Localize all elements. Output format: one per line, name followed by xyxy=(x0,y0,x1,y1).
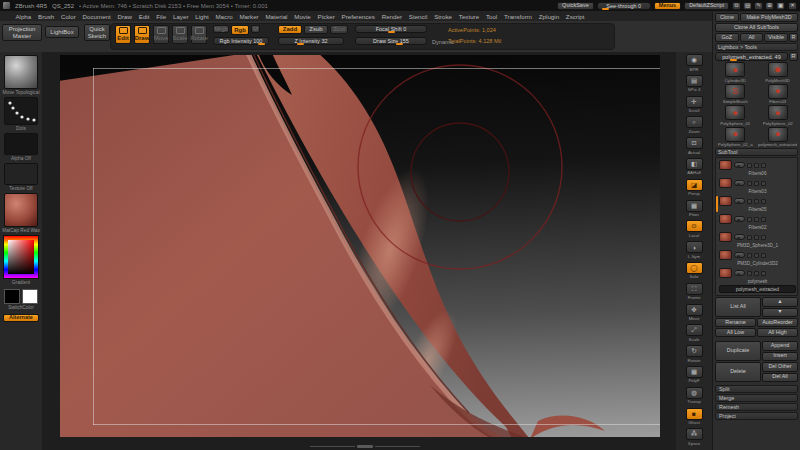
subtool-brush-icon[interactable] xyxy=(761,163,766,168)
subtool-row[interactable]: polymesh xyxy=(719,267,796,285)
subtool-row[interactable]: Fibers05 xyxy=(719,195,796,213)
menu-item[interactable]: Transform xyxy=(501,13,536,20)
collapsed-section-header[interactable]: Merge xyxy=(715,394,798,402)
right-shelf-button[interactable]: ◑ L.Sym xyxy=(686,241,703,262)
subtool-row[interactable]: Fibers06 xyxy=(719,159,796,177)
menu-item[interactable]: Stroke xyxy=(431,13,456,20)
right-shelf-button[interactable]: ▤ SPix 4 xyxy=(686,75,703,96)
zsub-button[interactable]: Zsub xyxy=(304,25,328,34)
right-shelf-button[interactable]: ⊙ Local xyxy=(686,220,703,241)
subtool-brush-icon[interactable] xyxy=(761,217,766,222)
subtool-mini-icon[interactable] xyxy=(747,199,752,204)
menu-item[interactable]: Picker xyxy=(314,13,338,20)
quick-sketch-button[interactable]: Quick Sketch xyxy=(84,24,110,41)
visibility-eye-icon[interactable] xyxy=(734,252,745,258)
material-picker[interactable] xyxy=(4,193,38,227)
mrgb-button[interactable]: Mrgb xyxy=(213,25,229,33)
tool-r-button[interactable]: R xyxy=(789,52,798,61)
titlebar-tool-icon[interactable]: ▤ xyxy=(743,2,752,10)
subtool-up-button[interactable]: ▲ xyxy=(762,297,798,307)
clone-all-subtools-button[interactable]: Clone All SubTools xyxy=(715,23,798,32)
menu-item[interactable]: Color xyxy=(58,13,80,20)
autoreorder-button[interactable]: AutoReorder xyxy=(757,318,798,327)
tool-thumbnail[interactable]: S SimpleBrush xyxy=(715,84,756,105)
menu-item[interactable]: Movie xyxy=(291,13,314,20)
right-shelf-button[interactable]: ▦ PolyF xyxy=(686,366,703,387)
menu-item[interactable]: Light xyxy=(192,13,212,20)
menu-item[interactable]: Tool xyxy=(483,13,501,20)
subtool-mini-icon[interactable] xyxy=(754,235,759,240)
visibility-eye-icon[interactable] xyxy=(734,234,745,240)
subtool-row[interactable]: PM3D_Cylinder3D2 xyxy=(719,249,796,267)
titlebar-tool-icon[interactable]: ✎ xyxy=(754,2,763,10)
subtool-mini-icon[interactable] xyxy=(747,163,752,168)
titlebar-tool-icon[interactable]: ▣ xyxy=(776,2,785,10)
zcut-button[interactable]: Zcut xyxy=(330,25,348,34)
switch-color-label[interactable]: SwitchColor xyxy=(8,305,34,310)
subtool-brush-icon[interactable] xyxy=(761,235,766,240)
menu-item[interactable]: Alpha xyxy=(12,13,35,20)
menu-item[interactable]: Edit xyxy=(135,13,152,20)
zadd-button[interactable]: Zadd xyxy=(278,25,302,34)
subtool-mini-icon[interactable] xyxy=(747,271,752,276)
brush-picker[interactable] xyxy=(4,55,38,89)
tool-thumbnail[interactable]: ● PolySphere_02_a xyxy=(715,127,756,148)
collapsed-section-header[interactable]: Remesh xyxy=(715,403,798,411)
right-shelf-button[interactable]: ◪ Persp xyxy=(686,179,703,200)
make-polymesh3d-button[interactable]: Make PolyMesh3D xyxy=(740,13,798,22)
visibility-eye-icon[interactable] xyxy=(734,162,745,168)
gradient-label[interactable]: Gradient xyxy=(12,280,30,285)
alpha-picker[interactable] xyxy=(4,133,38,155)
tool-thumbnail[interactable]: ✸ PolyMesh3D xyxy=(758,62,799,83)
m-button[interactable]: M xyxy=(251,25,260,33)
tool-thumbnail[interactable]: ● Cylinder3D xyxy=(715,62,756,83)
subtool-mini-icon[interactable] xyxy=(754,163,759,168)
visibility-eye-icon[interactable] xyxy=(734,180,745,186)
main-color-swatch[interactable] xyxy=(4,289,20,304)
color-picker[interactable]: R xyxy=(3,235,39,279)
saturation-value-square[interactable] xyxy=(8,240,34,274)
lightbox-button[interactable]: LightBox xyxy=(45,26,79,38)
goz-r-button[interactable]: R xyxy=(789,33,798,42)
right-shelf-button[interactable]: ⊡ Actual xyxy=(686,137,703,158)
menu-item[interactable]: Preferences xyxy=(338,13,378,20)
menu-item[interactable]: Zplugin xyxy=(535,13,562,20)
all-low-button[interactable]: All Low xyxy=(715,328,756,337)
all-high-button[interactable]: All High xyxy=(757,328,798,337)
menu-item[interactable]: Stencil xyxy=(405,13,430,20)
append-button[interactable]: Append xyxy=(762,341,798,351)
tool-thumbnail[interactable]: ● PolySphere_02 xyxy=(758,105,799,126)
menu-item[interactable]: Draw xyxy=(114,13,135,20)
right-shelf-button[interactable]: ◍ Transp xyxy=(686,387,703,408)
insert-button[interactable]: Insert xyxy=(762,352,798,362)
subtool-mini-icon[interactable] xyxy=(754,253,759,258)
subtool-mini-icon[interactable] xyxy=(747,235,752,240)
right-shelf-button[interactable]: ⤢ Scale xyxy=(686,324,703,345)
tool-thumbnail[interactable]: ● polymesh_extracted xyxy=(758,127,799,148)
tool-thumbnail[interactable]: ● Fibers03 xyxy=(758,84,799,105)
secondary-color-swatch[interactable] xyxy=(22,289,38,304)
right-shelf-button[interactable]: ⁂ Xpose xyxy=(686,428,703,449)
right-shelf-button[interactable]: ■ Ghost xyxy=(686,408,703,429)
subtool-mini-icon[interactable] xyxy=(754,271,759,276)
subtool-row[interactable]: Fibers02 xyxy=(719,213,796,231)
subtool-brush-icon[interactable] xyxy=(761,199,766,204)
subtool-mini-icon[interactable] xyxy=(747,181,752,186)
menu-item[interactable]: Zscript xyxy=(562,13,587,20)
list-all-button[interactable]: List All xyxy=(715,297,761,317)
titlebar-tool-icon[interactable]: ⧉ xyxy=(732,2,741,10)
titlebar-tool-icon[interactable]: ⊞ xyxy=(765,2,774,10)
visibility-eye-icon[interactable] xyxy=(734,198,745,204)
subtool-mini-icon[interactable] xyxy=(754,181,759,186)
scale-mode-button[interactable]: Scale xyxy=(172,25,188,44)
lightbox-tools-header[interactable]: Lightbox > Tools xyxy=(715,43,798,51)
tool-thumbnail[interactable]: ● PolySphere_01 xyxy=(715,105,756,126)
right-shelf-button[interactable]: ◧ AAHalf xyxy=(686,158,703,179)
subtool-mini-icon[interactable] xyxy=(747,217,752,222)
subtool-brush-icon[interactable] xyxy=(761,181,766,186)
right-shelf-button[interactable]: ▦ Floor xyxy=(686,200,703,221)
rgb-button[interactable]: Rgb xyxy=(231,25,249,35)
clone-button[interactable]: Clone xyxy=(715,13,739,22)
del-all-button[interactable]: Del All xyxy=(762,373,798,383)
menu-item[interactable]: Macro xyxy=(212,13,236,20)
